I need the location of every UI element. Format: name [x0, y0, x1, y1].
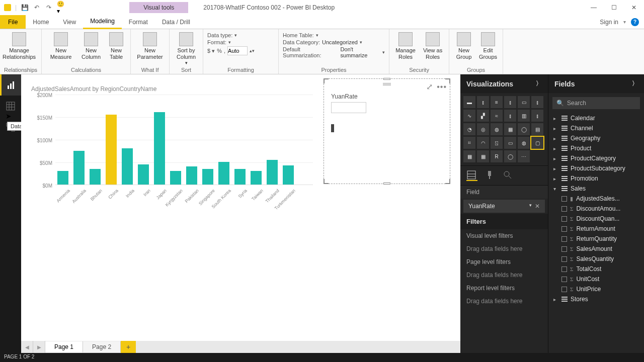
viz-type-icon[interactable]: ▭ — [518, 96, 530, 108]
bar[interactable] — [251, 171, 262, 185]
viz-type-icon[interactable]: ⍂ — [491, 137, 503, 149]
add-page-button[interactable]: + — [121, 341, 136, 353]
chevron-down-icon[interactable]: ▾ — [623, 19, 626, 25]
viz-type-icon[interactable]: R — [491, 150, 503, 162]
checkbox[interactable] — [561, 287, 567, 292]
tab-view[interactable]: View — [56, 16, 83, 29]
viz-type-icon[interactable]: ◍ — [518, 137, 530, 149]
bar[interactable] — [90, 169, 101, 185]
maximize-button[interactable]: ☐ — [604, 1, 624, 15]
new-group-button[interactable]: New Group — [453, 31, 474, 60]
viz-type-icon[interactable]: ◔ — [463, 123, 475, 135]
checkbox[interactable] — [561, 266, 567, 272]
viz-type-icon[interactable]: ⫿ — [504, 96, 516, 108]
viz-type-icon[interactable]: ∿ — [463, 110, 475, 122]
page-tab-2[interactable]: Page 2 — [83, 341, 121, 352]
chevron-down-icon[interactable]: ▾ — [529, 203, 532, 210]
focus-mode-icon[interactable]: ⤢ — [426, 82, 433, 92]
bar[interactable] — [283, 165, 294, 185]
tab-data-drill[interactable]: Data / Drill — [155, 16, 197, 29]
minimize-button[interactable]: — — [584, 1, 604, 15]
viz-type-icon[interactable]: ◯ — [518, 123, 530, 135]
bar-chart[interactable]: $200M $150M $100M $50M $0M ArmeniaAustra… — [31, 95, 313, 205]
tab-home[interactable]: Home — [26, 16, 56, 29]
viz-type-icon[interactable]: ▦ — [477, 150, 489, 162]
table-row[interactable]: ▸Stores — [548, 294, 644, 304]
checkbox[interactable] — [561, 256, 567, 262]
comma-button[interactable]: , — [224, 48, 225, 54]
visualizations-header[interactable]: Visualizations〉 — [460, 74, 548, 93]
filter-drop-1[interactable]: Drag data fields here — [460, 242, 548, 255]
checkbox[interactable] — [561, 216, 567, 222]
redo-icon[interactable]: ↷ — [45, 4, 53, 12]
viz-type-icon[interactable]: ◍ — [491, 123, 503, 135]
tab-modeling[interactable]: Modeling — [83, 15, 122, 29]
bar[interactable] — [170, 171, 181, 185]
format-tool[interactable] — [485, 170, 496, 181]
fields-header[interactable]: Fields〉 — [548, 74, 644, 93]
field-row[interactable]: ΣReturnAmount — [548, 224, 644, 234]
remove-field-icon[interactable]: ✕ — [535, 203, 540, 210]
viz-type-icon[interactable]: ⫿ — [477, 96, 489, 108]
field-row[interactable]: ΣDiscountAmou... — [548, 204, 644, 214]
slicer-slider[interactable] — [331, 124, 334, 132]
table-row[interactable]: ▸Calendar — [548, 113, 644, 123]
table-row[interactable]: ▸Promotion — [548, 173, 644, 184]
bar[interactable] — [267, 160, 278, 185]
page-tab-1[interactable]: Page 1 — [45, 341, 83, 352]
report-view-button[interactable] — [0, 74, 21, 96]
smiley-icon[interactable]: 🙂▾ — [57, 4, 65, 12]
viz-type-icon[interactable]: ≡ — [491, 96, 503, 108]
bar[interactable] — [202, 169, 213, 185]
table-row[interactable]: ▸ProductCategory — [548, 153, 644, 163]
filter-drop-3[interactable]: Drag data fields here — [460, 295, 548, 308]
field-well-value[interactable]: YuanRate ▾✕ — [463, 200, 545, 213]
undo-icon[interactable]: ↶ — [33, 4, 41, 12]
view-as-roles-button[interactable]: View as Roles — [421, 31, 445, 60]
viz-type-icon[interactable]: ≈ — [491, 110, 503, 122]
decimal-input[interactable] — [227, 46, 248, 55]
field-row[interactable]: ΣReturnQuantity — [548, 234, 644, 244]
manage-roles-button[interactable]: Manage Roles — [393, 31, 418, 60]
bar[interactable] — [106, 115, 117, 185]
new-measure-button[interactable]: New Measure — [46, 31, 76, 60]
field-row[interactable]: ΣUnitPrice — [548, 284, 644, 294]
table-row[interactable]: ▸Product — [548, 143, 644, 153]
bar[interactable] — [186, 166, 197, 185]
stepper-icon[interactable]: ▴▾ — [250, 48, 255, 53]
viz-type-icon[interactable]: ▢ — [531, 137, 543, 149]
viz-type-icon[interactable]: ⫿ — [531, 110, 543, 122]
table-row[interactable]: ▸Channel — [548, 123, 644, 133]
more-options-icon[interactable]: ••• — [437, 82, 447, 92]
new-table-button[interactable]: New Table — [106, 31, 126, 60]
bar[interactable] — [122, 148, 133, 185]
table-row[interactable]: ▸Geography — [548, 133, 644, 143]
close-button[interactable]: ✕ — [624, 1, 644, 15]
bar[interactable] — [218, 162, 229, 185]
bar[interactable] — [73, 151, 85, 185]
viz-type-icon[interactable]: ◯ — [504, 150, 516, 162]
checkbox[interactable] — [561, 226, 567, 232]
field-row[interactable]: ΣTotalCost — [548, 264, 644, 274]
drag-grip-icon[interactable] — [383, 83, 391, 86]
new-column-button[interactable]: New Column — [79, 31, 103, 60]
help-icon[interactable]: ? — [631, 18, 639, 26]
viz-type-icon[interactable]: ◠ — [477, 137, 489, 149]
checkbox[interactable] — [561, 206, 567, 212]
viz-type-icon[interactable]: ⌗ — [463, 137, 475, 149]
bar[interactable] — [138, 164, 149, 185]
checkbox[interactable] — [561, 236, 567, 242]
viz-type-icon[interactable]: ▭ — [504, 137, 516, 149]
viz-type-icon[interactable]: ▤ — [531, 123, 543, 135]
edit-groups-button[interactable]: Edit Groups — [477, 31, 499, 60]
signin-link[interactable]: Sign in — [600, 19, 618, 26]
field-row[interactable]: ▮AdjustedSales... — [548, 194, 644, 204]
field-row[interactable]: ΣSalesQuantity — [548, 254, 644, 264]
page-next-button[interactable]: ▶ — [33, 341, 45, 353]
checkbox[interactable] — [561, 246, 567, 252]
table-row[interactable]: ▸ProductSubcategory — [548, 163, 644, 173]
viz-type-icon[interactable]: ⫿ — [504, 110, 516, 122]
field-row[interactable]: ΣDiscountQuan... — [548, 214, 644, 224]
new-parameter-button[interactable]: New Parameter — [135, 31, 165, 60]
viz-type-icon[interactable]: ▬ — [463, 96, 475, 108]
